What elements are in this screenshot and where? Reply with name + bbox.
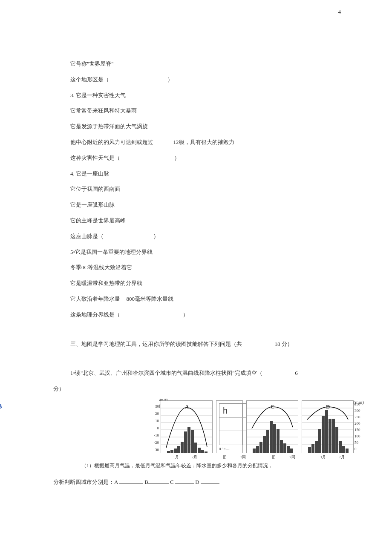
q2-ask-post: ） — [167, 76, 173, 83]
blank-b[interactable] — [148, 478, 169, 484]
cell-h: h — [219, 404, 242, 418]
q5-text1: 它是我国一条重要的地理分界线 — [75, 249, 153, 255]
q4-num: 4. — [70, 170, 75, 177]
svg-rect-52 — [342, 446, 345, 453]
months-c: 旧7同 — [259, 454, 305, 460]
svg-rect-17 — [205, 451, 208, 453]
q4-text1: 它是一座山脉 — [76, 170, 109, 177]
cell — [219, 431, 242, 445]
tick: 20 — [150, 410, 159, 417]
m: 1月 — [173, 454, 179, 460]
panel-d-label: D — [326, 403, 330, 411]
q3-l4: 他中心附近的的风力可达到或超过 12级，具有很大的摧毁力 — [70, 138, 354, 147]
cap-a: A — [114, 479, 118, 485]
svg-rect-51 — [339, 441, 342, 453]
svg-rect-15 — [198, 448, 201, 453]
q3-l4b: 12级，具有很大的摧毁力 — [173, 139, 234, 145]
tick: 300 — [355, 408, 366, 414]
m: ?同 — [240, 454, 246, 460]
q3-l3: 它是发源于热带洋面的大气涡旋 — [70, 122, 354, 131]
svg-rect-6 — [167, 451, 170, 453]
chart-panel-b: h \ 0 "=--- — [216, 400, 243, 453]
svg-rect-48 — [329, 419, 331, 453]
svg-rect-11 — [184, 431, 187, 453]
q3-ask-post: ） — [174, 155, 180, 161]
mm-ticks: 350 300 250 200 150 100 50 0 — [355, 401, 366, 452]
q3-l2: 它常常带来狂风和特大暴雨 — [70, 106, 354, 115]
svg-rect-33 — [283, 443, 286, 453]
sq1-a: 读"北京、武汉、广州和哈尔滨四个城市的气温曲线和降水柱状图"完成填空（ — [75, 370, 262, 376]
svg-rect-27 — [263, 436, 266, 453]
cap2-pre: 分析判断四城市分别是： — [53, 479, 114, 485]
q5-ask-text: 这条地理分界线是（ — [70, 311, 120, 318]
svg-rect-44 — [315, 441, 318, 453]
q3-l1: 3. 它是一种灾害性天气 — [70, 91, 354, 100]
svg-rect-10 — [181, 442, 184, 453]
svg-rect-31 — [277, 429, 280, 453]
tick: 50 — [355, 440, 366, 446]
chart-panel-a: A — [161, 400, 213, 453]
q3-ask-text: 这种灾害性天气是（ — [70, 155, 120, 161]
m: 7月 — [192, 454, 198, 460]
svg-rect-53 — [346, 449, 349, 453]
q4-ask: 这座山脉是（ ） — [70, 232, 354, 241]
q5-l4a: 它大致沿着年降水量 — [70, 296, 120, 302]
svg-rect-26 — [259, 442, 262, 453]
chart-panel-c: C — [246, 400, 298, 453]
m: 7月 — [339, 454, 345, 460]
svg-rect-16 — [201, 450, 204, 453]
q3-text1: 它是一种灾害性天气 — [76, 92, 126, 98]
svg-rect-50 — [335, 427, 338, 453]
blank-c[interactable] — [175, 478, 194, 484]
tick: 250 — [355, 414, 366, 420]
cap-b: B — [144, 479, 148, 485]
q5-l4b: 800毫米等降水量线 — [127, 296, 174, 302]
cap-c: C — [170, 479, 174, 485]
q4-ask-text: 这座山脉是（ — [70, 233, 104, 239]
m: 7同 — [289, 454, 295, 460]
sec3-b: 18 分） — [275, 341, 293, 347]
sq1-num: 1• — [70, 370, 75, 376]
tick: -10 — [150, 432, 159, 439]
svg-rect-25 — [256, 446, 259, 453]
panel-b-bottom: 0 "=--- — [219, 446, 230, 452]
q3-ask: 这种灾害性天气是（ ） — [70, 154, 354, 163]
months-a: 1月7月 — [161, 454, 206, 460]
svg-rect-42 — [308, 447, 311, 453]
blank-d[interactable] — [201, 478, 219, 484]
q3-l4a: 他中心附近的的风力可达到或超过 — [70, 139, 153, 145]
svg-rect-14 — [194, 443, 197, 453]
chart-panel-d: D — [302, 400, 354, 453]
q2-ask-text: 这个地形区是（ — [70, 76, 109, 83]
q4-l3: 它是一座弧形山脉 — [70, 201, 354, 210]
sq1-line: 1•读"北京、武汉、广州和哈尔滨四个城市的气温曲线和降水柱状图"完成填空（ 6 — [70, 369, 354, 378]
q5-l2: 冬季0C等温线大致沿着它 — [70, 263, 354, 272]
sq1-b: 6 — [295, 370, 298, 376]
svg-rect-30 — [273, 424, 276, 453]
caption2: 分析判断四城市分别是：A B C D — [53, 478, 354, 487]
svg-rect-24 — [253, 449, 256, 453]
q2-line-extra: 它号称"世界屋脊" — [70, 60, 354, 69]
q4-l2: 它位于我国的西南面 — [70, 185, 354, 194]
tick: -30 — [150, 446, 159, 454]
svg-rect-12 — [187, 427, 190, 453]
charts-container: B 气温 (℃) (mm) 30 20 10 0 -10 -20 -30 350… — [113, 400, 354, 460]
b-series-label: B — [0, 402, 2, 411]
q4-l1: 4. 它是一座山脉 — [70, 170, 354, 178]
panel-c-label: C — [271, 403, 274, 411]
m: 旧 — [223, 454, 227, 460]
panel-a-label: A — [185, 403, 189, 411]
blank-a[interactable] — [119, 478, 143, 484]
q5-num: 5• — [70, 249, 75, 255]
months-d: 1月7月 — [308, 454, 354, 460]
q2-ask: 这个地形区是（ ） — [70, 75, 354, 84]
tick: 30 — [150, 403, 159, 410]
temp-ticks: 30 20 10 0 -10 -20 -30 — [150, 403, 159, 454]
svg-rect-35 — [290, 449, 293, 453]
q5-l3: 它是暖温带和亚热带的分界线 — [70, 279, 354, 288]
svg-rect-9 — [177, 446, 180, 453]
q5-l4: 它大致沿着年降水量 800毫米等降水量线 — [70, 295, 354, 304]
svg-rect-43 — [311, 444, 314, 453]
svg-rect-46 — [322, 416, 325, 453]
svg-rect-45 — [318, 429, 321, 453]
